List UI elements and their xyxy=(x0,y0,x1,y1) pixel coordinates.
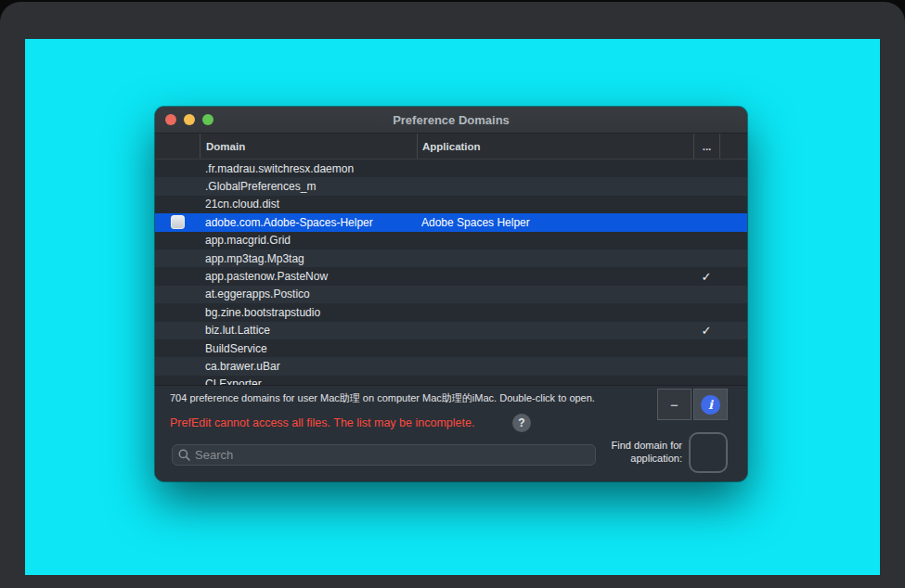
row-icon-cell xyxy=(155,305,200,319)
find-domain-label-line1: Find domain for xyxy=(593,439,682,452)
minus-icon: − xyxy=(670,398,679,412)
row-icon-cell xyxy=(155,161,200,175)
table-row[interactable]: biz.lut.Lattice ✓ xyxy=(155,322,747,339)
preference-domains-window: Preference Domains Domain Application ..… xyxy=(155,107,747,481)
row-icon-cell xyxy=(155,377,200,385)
close-button[interactable] xyxy=(165,114,176,125)
screen: Preference Domains Domain Application ..… xyxy=(0,0,905,588)
search-icon xyxy=(178,449,190,461)
domain-cell: ca.brawer.uBar xyxy=(200,360,417,373)
table-row[interactable]: BuildService xyxy=(155,339,747,357)
segmented-buttons: − i xyxy=(657,389,728,420)
table-row[interactable]: adobe.com.Adobe-Spaces-Helper Adobe Spac… xyxy=(155,213,747,231)
table-row[interactable]: CLExporter xyxy=(155,376,747,385)
find-domain-label: Find domain for application: xyxy=(593,439,682,465)
column-header-more[interactable]: ... xyxy=(693,134,719,159)
search-field-container xyxy=(172,444,596,466)
domain-cell: at.eggerapps.Postico xyxy=(200,288,417,300)
error-message: PrefEdit cannot access all files. The li… xyxy=(170,416,474,429)
row-icon-cell xyxy=(155,180,200,194)
table-row[interactable]: app.macgrid.Grid xyxy=(155,232,747,249)
column-header-application[interactable]: Application xyxy=(417,134,693,159)
application-drop-well[interactable] xyxy=(689,432,728,473)
row-icon-cell xyxy=(155,234,200,248)
search-input[interactable] xyxy=(195,448,589,462)
column-header-domain[interactable]: Domain xyxy=(200,134,417,159)
checkmark-icon: ✓ xyxy=(693,270,719,284)
table-row[interactable]: bg.zine.bootstrapstudio xyxy=(155,303,747,321)
checkmark-icon: ✓ xyxy=(693,324,719,338)
table-row[interactable]: at.eggerapps.Postico xyxy=(155,286,747,303)
row-icon-cell xyxy=(155,198,200,211)
row-icon-cell xyxy=(155,215,200,229)
generic-app-icon xyxy=(171,215,185,229)
info-button[interactable]: i xyxy=(693,389,728,420)
domain-cell: bg.zine.bootstrapstudio xyxy=(200,306,417,319)
row-icon-cell xyxy=(155,324,200,338)
table-row[interactable]: 21cn.cloud.dist xyxy=(155,196,747,213)
zoom-button[interactable] xyxy=(202,114,213,125)
question-mark-icon: ? xyxy=(518,416,524,429)
row-icon-cell xyxy=(155,270,200,284)
traffic-lights xyxy=(165,114,213,125)
column-header-end xyxy=(719,134,747,159)
table-row[interactable]: ca.brawer.uBar xyxy=(155,357,747,375)
row-icon-cell xyxy=(155,341,200,355)
column-header-icon[interactable] xyxy=(155,134,200,159)
help-button[interactable]: ? xyxy=(512,414,531,432)
status-text: 704 preference domains for user Mac助理 on… xyxy=(170,391,595,405)
domain-cell: app.macgrid.Grid xyxy=(200,234,417,247)
domain-list: .fr.madrau.switchresx.daemon .GlobalPref… xyxy=(155,160,747,385)
table-row[interactable]: .GlobalPreferences_m xyxy=(155,177,747,195)
domain-cell: app.mp3tag.Mp3tag xyxy=(200,252,417,265)
table-row[interactable]: app.pastenow.PasteNow ✓ xyxy=(155,267,747,285)
minimize-button[interactable] xyxy=(184,114,195,125)
domain-cell: adobe.com.Adobe-Spaces-Helper xyxy=(200,216,417,229)
domain-cell: CLExporter xyxy=(200,377,417,385)
domain-cell: BuildService xyxy=(200,342,417,355)
title-bar[interactable]: Preference Domains xyxy=(155,107,747,134)
domain-cell: 21cn.cloud.dist xyxy=(200,198,417,211)
bottom-panel: 704 preference domains for user Mac助理 on… xyxy=(155,385,747,481)
table-row[interactable]: .fr.madrau.switchresx.daemon xyxy=(155,160,747,177)
domain-cell: .fr.madrau.switchresx.daemon xyxy=(200,162,417,175)
remove-button[interactable]: − xyxy=(657,389,692,420)
table-header: Domain Application ... xyxy=(155,134,747,160)
row-icon-cell xyxy=(155,288,200,301)
table-row[interactable]: app.mp3tag.Mp3tag xyxy=(155,249,747,267)
row-icon-cell xyxy=(155,251,200,265)
domain-cell: biz.lut.Lattice xyxy=(200,324,417,337)
domain-cell: .GlobalPreferences_m xyxy=(200,180,417,193)
domain-cell: app.pastenow.PasteNow xyxy=(200,270,417,283)
window-title: Preference Domains xyxy=(393,113,510,127)
info-icon: i xyxy=(701,395,720,415)
application-cell: Adobe Spaces Helper xyxy=(417,216,693,229)
row-icon-cell xyxy=(155,359,200,373)
find-domain-label-line2: application: xyxy=(593,452,682,465)
